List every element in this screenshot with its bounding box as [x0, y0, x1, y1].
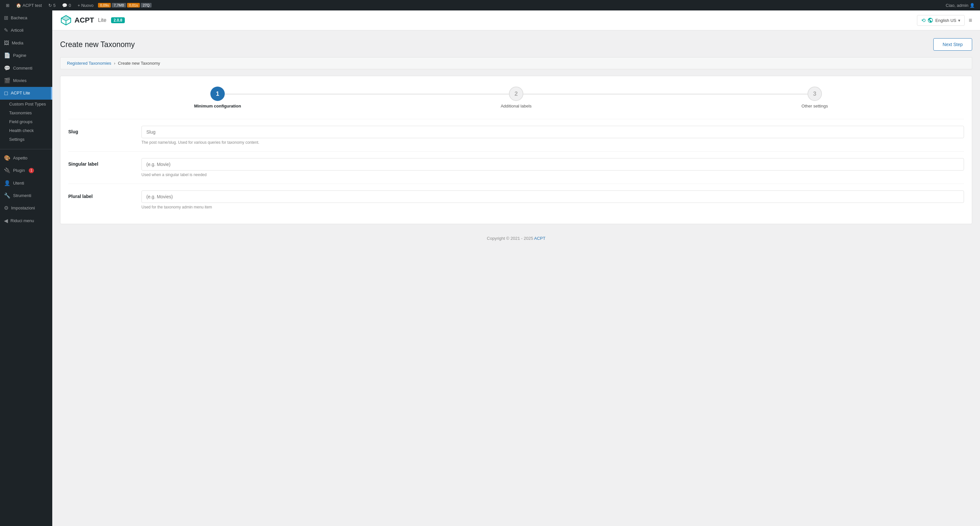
site-name[interactable]: 🏠 ACPT test: [13, 0, 45, 10]
debug-time2: 0,01s: [127, 3, 140, 8]
plugin-header: ACPT Lite 2.0.8 ⟲ English US ▾ ≡: [52, 10, 980, 30]
plural-label-input[interactable]: [142, 190, 964, 203]
breadcrumb-current: Create new Taxonomy: [118, 61, 160, 66]
singular-label-section: Singular label Used when a singular labe…: [68, 151, 964, 183]
debug-badges: 0,09s 7,7MB 0,01s 27Q: [98, 3, 151, 8]
header-menu-icon[interactable]: ≡: [969, 17, 972, 24]
singular-label-input[interactable]: [142, 158, 964, 171]
posts-icon: ✎: [4, 27, 8, 34]
movies-icon: 🎬: [4, 77, 10, 84]
home-icon: 🏠: [16, 3, 21, 8]
breadcrumb-separator: ›: [114, 61, 115, 66]
singular-label-label: Singular label: [68, 158, 134, 167]
language-selector[interactable]: ⟲ English US ▾: [917, 15, 965, 26]
sidebar-sub-taxonomies[interactable]: Taxonomies: [0, 108, 52, 117]
breadcrumb: Registered Taxonomies › Create new Taxon…: [60, 57, 972, 69]
header-right: ⟲ English US ▾ ≡: [917, 15, 972, 26]
next-step-button[interactable]: Next Step: [933, 38, 972, 51]
new-content[interactable]: + Nuovo: [74, 0, 97, 10]
sidebar-item-commenti[interactable]: 💬 Commenti: [0, 62, 52, 75]
sidebar-item-utenti[interactable]: 👤 Utenti: [0, 177, 52, 190]
slug-hint: The post name/slug. Used for various que…: [142, 140, 964, 145]
steps-row: 1 Minimum configuration 2 Additional lab…: [68, 86, 964, 108]
logo-lite-text: Lite: [98, 17, 107, 23]
singular-hint: Used when a singular label is needed: [142, 172, 964, 177]
plural-label-label: Plural label: [68, 190, 134, 199]
comments-icon: 💬: [62, 3, 67, 8]
step-3-circle: 3: [808, 86, 822, 101]
debug-memory: 7,7MB: [112, 3, 126, 8]
updates-icon: ↻: [48, 3, 52, 8]
sidebar: ⊞ Bacheca ✎ Articoli 🖼 Media 📄 Pagine 💬 …: [0, 10, 52, 526]
media-icon: 🖼: [4, 40, 9, 47]
svg-marker-1: [61, 16, 71, 21]
user-avatar-icon: 👤: [970, 3, 975, 8]
translate-icon: ⟲: [921, 17, 926, 24]
page-content: Create new Taxonomy Next Step Registered…: [52, 30, 980, 526]
admin-bar: ⊞ 🏠 ACPT test ↻ 5 💬 0 + Nuovo 0,09s 7,7M…: [0, 0, 980, 10]
breadcrumb-link-taxonomies[interactable]: Registered Taxonomies: [67, 61, 111, 66]
copyright-text: Copyright © 2021 - 2025: [487, 236, 533, 241]
sidebar-item-media[interactable]: 🖼 Media: [0, 37, 52, 49]
sidebar-item-bacheca[interactable]: ⊞ Bacheca: [0, 12, 52, 24]
sidebar-item-articoli[interactable]: ✎ Articoli: [0, 24, 52, 37]
page-title: Create new Taxonomy: [60, 40, 135, 49]
updates[interactable]: ↻ 5: [45, 0, 59, 10]
wizard-card: 1 Minimum configuration 2 Additional lab…: [60, 76, 972, 224]
wp-logo[interactable]: ⊞: [3, 0, 13, 10]
sidebar-item-plugin[interactable]: 🔌 Plugin 1: [0, 164, 52, 177]
sidebar-item-pagine[interactable]: 📄 Pagine: [0, 49, 52, 62]
debug-queries: 27Q: [141, 3, 151, 8]
step-2: 2 Additional labels: [367, 86, 665, 108]
sidebar-sub-custom-post-types[interactable]: Custom Post Types: [0, 100, 52, 108]
tools-icon: 🔧: [4, 192, 10, 199]
step-3: 3 Other settings: [665, 86, 964, 108]
logo-acpt-text: ACPT: [75, 16, 94, 24]
sidebar-item-movies[interactable]: 🎬 Movies: [0, 75, 52, 87]
comments-sidebar-icon: 💬: [4, 65, 10, 72]
sidebar-item-impostazioni[interactable]: ⚙ Impostazioni: [0, 202, 52, 214]
pages-icon: 📄: [4, 52, 10, 59]
plugin-icon: 🔌: [4, 167, 10, 174]
plural-hint: Used for the taxonomy admin menu item: [142, 205, 964, 209]
content-area: ACPT Lite 2.0.8 ⟲ English US ▾ ≡: [52, 10, 980, 526]
page-footer: Copyright © 2021 - 2025 ACPT: [60, 231, 972, 246]
sidebar-main-items: ⊞ Bacheca ✎ Articoli 🖼 Media 📄 Pagine 💬 …: [0, 12, 52, 144]
page-title-row: Create new Taxonomy Next Step: [60, 38, 972, 51]
wp-icon: ⊞: [6, 3, 10, 8]
sidebar-sub-health-check[interactable]: Health check: [0, 126, 52, 135]
sidebar-item-riduci-menu[interactable]: ◀ Riduci menu: [0, 215, 52, 227]
settings-icon: ⚙: [4, 204, 8, 212]
chevron-down-icon: ▾: [958, 18, 960, 23]
slug-field-right: The post name/slug. Used for various que…: [142, 126, 964, 145]
sidebar-item-aspetto[interactable]: 🎨 Aspetto: [0, 152, 52, 164]
acpt-logo-icon: [60, 14, 72, 26]
comments[interactable]: 💬 0: [59, 0, 74, 10]
singular-field-right: Used when a singular label is needed: [142, 158, 964, 177]
sidebar-item-strumenti[interactable]: 🔧 Strumenti: [0, 190, 52, 202]
dashboard-icon: ⊞: [4, 14, 8, 22]
plugin-badge: 1: [29, 168, 34, 173]
step-2-label: Additional labels: [501, 104, 532, 108]
sidebar-item-acpt-lite[interactable]: ◻ ACPT Lite: [0, 87, 52, 99]
slug-label: Slug: [68, 126, 134, 134]
step-3-label: Other settings: [802, 104, 828, 108]
sidebar-bottom-items: 🎨 Aspetto 🔌 Plugin 1 👤 Utenti 🔧 Strument…: [0, 149, 52, 227]
appearance-icon: 🎨: [4, 155, 10, 162]
sidebar-sub-field-groups[interactable]: Field groups: [0, 117, 52, 126]
acpt-icon: ◻: [4, 89, 8, 97]
plugin-logo: ACPT Lite 2.0.8: [60, 14, 125, 26]
step-1: 1 Minimum configuration: [68, 86, 367, 108]
acpt-footer-link[interactable]: ACPT: [534, 236, 546, 241]
slug-input[interactable]: [142, 126, 964, 138]
plural-label-section: Plural label Used for the taxonomy admin…: [68, 183, 964, 216]
users-icon: 👤: [4, 180, 10, 187]
version-badge: 2.0.8: [111, 17, 125, 23]
debug-time1: 0,09s: [98, 3, 111, 8]
user-greeting: Ciao, admin 👤: [946, 3, 977, 8]
main-layout: ⊞ Bacheca ✎ Articoli 🖼 Media 📄 Pagine 💬 …: [0, 10, 980, 526]
step-2-circle: 2: [509, 86, 523, 101]
sidebar-sub-settings[interactable]: Settings: [0, 135, 52, 144]
slug-field-section: Slug The post name/slug. Used for variou…: [68, 119, 964, 151]
step-1-label: Minimum configuration: [194, 104, 241, 108]
